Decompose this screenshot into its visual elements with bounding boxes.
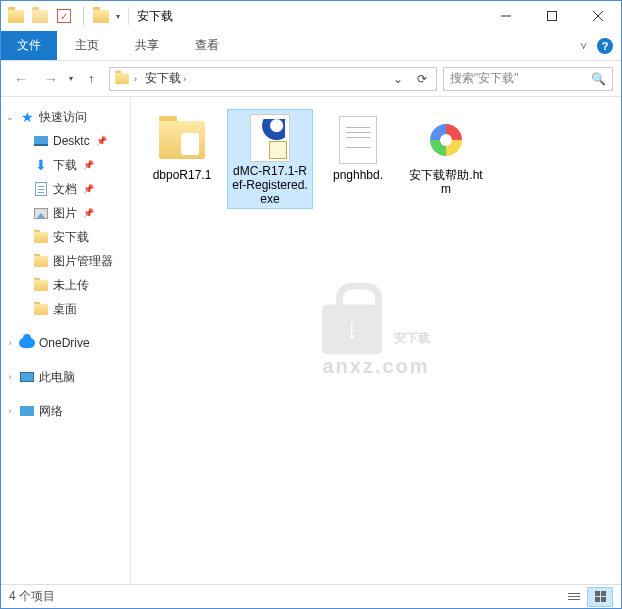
search-placeholder: 搜索"安下载" (450, 70, 519, 87)
qat-properties-icon[interactable] (29, 5, 51, 27)
pin-icon: 📌 (83, 184, 94, 194)
star-icon: ★ (19, 109, 35, 125)
sidebar-item[interactable]: ›⬇下载📌 (1, 153, 130, 177)
help-icon[interactable]: ? (597, 38, 613, 54)
sidebar-item[interactable]: ›安下载 (1, 225, 130, 249)
view-details-button[interactable] (561, 587, 587, 607)
close-button[interactable] (575, 1, 621, 31)
expand-icon[interactable]: › (5, 372, 15, 382)
file-name: pnghhbd. (333, 168, 383, 182)
history-dropdown-icon[interactable]: ▾ (69, 74, 73, 83)
doc-icon (33, 181, 49, 197)
watermark: 安下载 anxz.com (322, 303, 430, 378)
navigation-pane: ⌄ ★ 快速访问 ›Desktc📌›⬇下载📌›文档📌›图片📌›安下载›图片管理器… (1, 97, 131, 584)
desktop-icon (33, 133, 49, 149)
minimize-button[interactable] (483, 1, 529, 31)
tree-label: 此电脑 (39, 369, 75, 386)
watermark-sub: anxz.com (322, 355, 430, 378)
network-icon (19, 403, 35, 419)
explorer-window: ✓ ▾ 安下载 文件 主页 共享 查看 ⋎ ? ← → ▾ ↑ › 安下载 › … (0, 0, 622, 609)
tree-label: 桌面 (53, 301, 77, 318)
chevron-right-icon[interactable]: › (134, 74, 137, 84)
address-folder-icon (115, 73, 129, 84)
folder-icon (33, 229, 49, 245)
body: ⌄ ★ 快速访问 ›Desktc📌›⬇下载📌›文档📌›图片📌›安下载›图片管理器… (1, 97, 621, 584)
file-thumbnail (242, 114, 298, 162)
address-bar[interactable]: › 安下载 › ⌄ ⟳ (109, 67, 437, 91)
breadcrumb-item[interactable]: 安下载 › (141, 70, 190, 87)
navigation-bar: ← → ▾ ↑ › 安下载 › ⌄ ⟳ 搜索"安下载" 🔍 (1, 61, 621, 97)
tree-label: 安下载 (53, 229, 89, 246)
folder-icon (33, 253, 49, 269)
breadcrumb-label: 安下载 (145, 70, 181, 87)
file-list[interactable]: 安下载 anxz.com dbpoR17.1dMC-R17.1-Ref-Regi… (131, 97, 621, 584)
tree-label: 文档 (53, 181, 77, 198)
details-icon (568, 593, 580, 600)
folder-icon (33, 277, 49, 293)
qat-check-icon[interactable]: ✓ (53, 5, 75, 27)
sidebar-item[interactable]: ›文档📌 (1, 177, 130, 201)
sidebar-item[interactable]: ›桌面 (1, 297, 130, 321)
file-item[interactable]: pnghhbd. (315, 109, 401, 209)
maximize-button[interactable] (529, 1, 575, 31)
expand-icon[interactable]: › (5, 338, 15, 348)
pin-icon: 📌 (83, 160, 94, 170)
tree-this-pc[interactable]: › 此电脑 (1, 365, 130, 389)
status-bar: 4 个项目 (1, 584, 621, 608)
expand-icon[interactable]: ⌄ (5, 112, 15, 122)
pin-icon: 📌 (83, 208, 94, 218)
file-thumbnail (154, 114, 210, 166)
expand-icon[interactable]: › (5, 406, 15, 416)
file-thumbnail (418, 114, 474, 166)
svg-rect-1 (548, 12, 557, 21)
tab-share[interactable]: 共享 (117, 31, 177, 60)
title-bar: ✓ ▾ 安下载 (1, 1, 621, 31)
qat-dropdown-icon[interactable]: ▾ (116, 12, 120, 21)
tree-label: 网络 (39, 403, 63, 420)
tree-label: 图片管理器 (53, 253, 113, 270)
tab-file[interactable]: 文件 (1, 31, 57, 60)
back-button[interactable]: ← (9, 67, 33, 91)
file-name: 安下载帮助.htm (408, 168, 484, 196)
up-button[interactable]: ↑ (79, 67, 103, 91)
pc-icon (19, 369, 35, 385)
status-item-count: 4 个项目 (9, 588, 55, 605)
file-thumbnail (330, 114, 386, 166)
tab-view[interactable]: 查看 (177, 31, 237, 60)
refresh-icon[interactable]: ⟳ (412, 72, 432, 86)
tree-network[interactable]: › 网络 (1, 399, 130, 423)
window-title: 安下载 (137, 8, 173, 25)
chevron-right-icon[interactable]: › (183, 74, 186, 84)
app-icon (5, 5, 27, 27)
sidebar-item[interactable]: ›Desktc📌 (1, 129, 130, 153)
large-icons-icon (595, 591, 606, 602)
sidebar-item[interactable]: ›未上传 (1, 273, 130, 297)
ribbon-tabs: 文件 主页 共享 查看 ⋎ ? (1, 31, 621, 61)
file-name: dMC-R17.1-Ref-Registered.exe (232, 164, 308, 206)
tree-label: 快速访问 (39, 109, 87, 126)
file-item[interactable]: dMC-R17.1-Ref-Registered.exe (227, 109, 313, 209)
tab-home[interactable]: 主页 (57, 31, 117, 60)
ribbon-collapse-icon[interactable]: ⋎ (580, 40, 587, 51)
tree-label: Desktc (53, 134, 90, 148)
tree-label: 未上传 (53, 277, 89, 294)
address-dropdown-icon[interactable]: ⌄ (388, 72, 408, 86)
pic-icon (33, 205, 49, 221)
tree-label: OneDrive (39, 336, 90, 350)
file-item[interactable]: dbpoR17.1 (139, 109, 225, 209)
tree-label: 下载 (53, 157, 77, 174)
download-icon: ⬇ (33, 157, 49, 173)
lock-icon (322, 305, 382, 355)
qat-separator (83, 7, 84, 25)
file-item[interactable]: 安下载帮助.htm (403, 109, 489, 209)
sidebar-item[interactable]: ›图片📌 (1, 201, 130, 225)
tree-quick-access[interactable]: ⌄ ★ 快速访问 (1, 105, 130, 129)
title-separator (128, 7, 129, 25)
view-large-icons-button[interactable] (587, 587, 613, 607)
pin-icon: 📌 (96, 136, 107, 146)
forward-button[interactable]: → (39, 67, 63, 91)
sidebar-item[interactable]: ›图片管理器 (1, 249, 130, 273)
tree-onedrive[interactable]: › OneDrive (1, 331, 130, 355)
qat-folder-icon[interactable] (90, 5, 112, 27)
search-input[interactable]: 搜索"安下载" 🔍 (443, 67, 613, 91)
